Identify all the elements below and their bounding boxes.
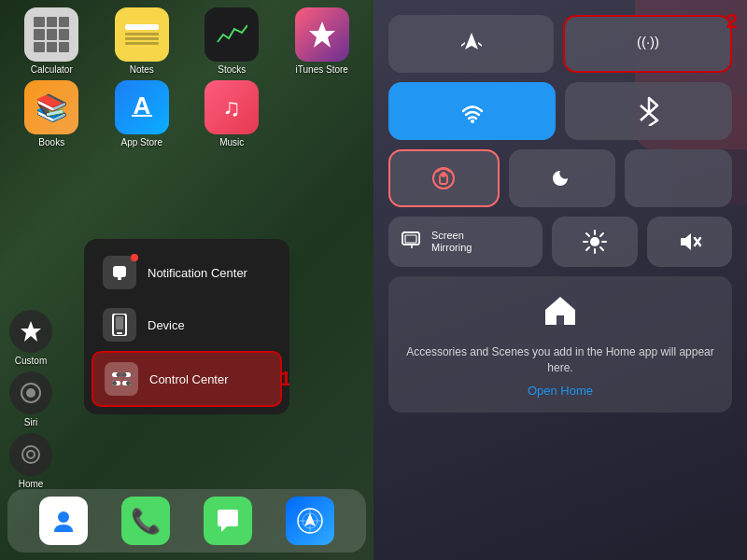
app-calculator[interactable]: Calculator [9, 7, 94, 75]
svg-line-45 [600, 247, 603, 250]
cc-home-section: Accessories and Scenes you add in the Ho… [388, 276, 732, 413]
app-books[interactable]: 📚 Books [9, 80, 94, 147]
shortcut-home[interactable]: Home [9, 433, 52, 489]
cc-cellular-btn[interactable]: ((·)) 2 [563, 15, 732, 73]
dock: 📞 [7, 489, 366, 553]
calc-cell [47, 17, 57, 27]
screen-mirroring-label-1: Screen [431, 230, 472, 242]
context-menu: Notification Center Device [84, 239, 289, 414]
open-home-link[interactable]: Open Home [528, 384, 593, 398]
svg-point-6 [26, 388, 35, 398]
label-2-indicator: 2 [726, 9, 738, 34]
calc-cell [59, 17, 69, 27]
cc-toggles-row [388, 149, 732, 207]
calc-cell [34, 17, 44, 27]
right-panel: ((·)) 2 [374, 0, 747, 560]
volume-mute-icon [677, 230, 701, 254]
shortcut-home-label: Home [19, 479, 44, 489]
app-icon-empty [295, 80, 349, 134]
control-center: ((·)) 2 [374, 0, 747, 427]
svg-point-15 [117, 372, 121, 377]
menu-notification-center[interactable]: Notification Center [92, 246, 282, 299]
context-area: Custom Siri Home [9, 310, 65, 489]
app-label-calculator: Calculator [31, 64, 73, 75]
star-icon [19, 319, 43, 343]
cc-do-not-disturb-btn[interactable] [509, 149, 616, 207]
appstore-a-icon: A [126, 91, 158, 123]
cc-airplane-btn[interactable] [388, 15, 554, 73]
svg-point-39 [590, 237, 599, 246]
stocks-chart-icon [216, 21, 247, 48]
cc-volume-btn[interactable] [647, 217, 732, 267]
svg-marker-0 [309, 21, 335, 48]
svg-point-19 [112, 381, 117, 385]
music-note-icon: ♫ [216, 91, 247, 123]
cc-screen-mirroring-btn[interactable]: Screen Mirroring [388, 217, 543, 267]
itunes-star-icon [307, 20, 337, 49]
cc-wireless-row [388, 82, 732, 140]
notif-bell-icon [109, 262, 130, 283]
menu-control-center[interactable]: Control Center 1 [92, 351, 282, 407]
app-icon-stocks [204, 7, 259, 62]
cc-rotation-lock-btn[interactable] [388, 149, 500, 207]
left-shortcuts: Custom Siri Home [9, 310, 52, 489]
svg-text:♫: ♫ [223, 93, 242, 121]
svg-line-47 [586, 247, 589, 250]
dock-phone[interactable]: 📞 [121, 497, 170, 545]
shortcut-siri[interactable]: Siri [9, 371, 52, 427]
dock-contacts[interactable] [39, 497, 88, 545]
svg-point-22 [58, 511, 69, 523]
svg-point-21 [126, 381, 131, 385]
menu-device[interactable]: Device [92, 299, 282, 351]
svg-point-29 [471, 119, 474, 123]
cc-brightness-btn[interactable] [552, 217, 637, 267]
app-stocks[interactable]: Stocks [190, 7, 275, 75]
notes-line [125, 37, 159, 40]
menu-control-center-label: Control Center [149, 372, 229, 386]
phone-icon [111, 314, 128, 336]
messages-icon [214, 508, 242, 534]
svg-rect-12 [117, 332, 122, 334]
svg-rect-9 [113, 266, 126, 277]
cc-wifi-btn[interactable] [388, 82, 556, 140]
cc-controls-row: Screen Mirroring [388, 217, 732, 267]
app-icon-music: ♫ [204, 80, 259, 134]
cc-connectivity-row: ((·)) 2 [388, 15, 732, 73]
svg-line-46 [600, 233, 603, 236]
dock-messages[interactable] [204, 497, 252, 545]
home-description: Accessories and Scenes you add in the Ho… [403, 344, 717, 376]
calc-cell [47, 29, 57, 39]
bluetooth-icon [639, 96, 659, 126]
contacts-icon [50, 508, 77, 534]
calc-cell [47, 42, 57, 52]
screen-mirroring-label-2: Mirroring [431, 242, 472, 254]
safari-icon [296, 507, 324, 535]
app-label-music: Music [219, 137, 244, 147]
dock-safari[interactable] [286, 497, 334, 545]
screen-mirroring-icon [402, 231, 422, 253]
app-label-stocks: Stocks [218, 64, 246, 75]
left-panel: Calculator Notes Stocks [0, 0, 374, 560]
app-appstore[interactable]: A App Store [100, 80, 185, 147]
notes-line [125, 33, 159, 35]
notes-line [125, 24, 159, 30]
cc-bluetooth-btn[interactable] [565, 82, 732, 140]
app-itunes[interactable]: iTunes Store [280, 7, 365, 75]
svg-line-44 [586, 233, 589, 236]
mirroring-icon [402, 231, 422, 248]
app-icon-calculator [24, 7, 78, 62]
app-icon-notes [115, 7, 169, 62]
app-music[interactable]: ♫ Music [190, 80, 275, 147]
brightness-icon [583, 230, 607, 254]
shortcut-custom[interactable]: Custom [9, 310, 52, 366]
screen-mirroring-label: Screen Mirroring [431, 230, 472, 254]
home-icon-bg [9, 433, 52, 476]
svg-rect-10 [118, 277, 121, 280]
house-icon [542, 291, 579, 329]
app-icon-itunes [295, 7, 349, 62]
app-notes[interactable]: Notes [100, 7, 185, 75]
books-icon-emoji: 📚 [35, 92, 68, 123]
svg-marker-4 [21, 321, 41, 342]
menu-notification-center-label: Notification Center [148, 266, 247, 280]
toggles-icon [110, 370, 133, 388]
